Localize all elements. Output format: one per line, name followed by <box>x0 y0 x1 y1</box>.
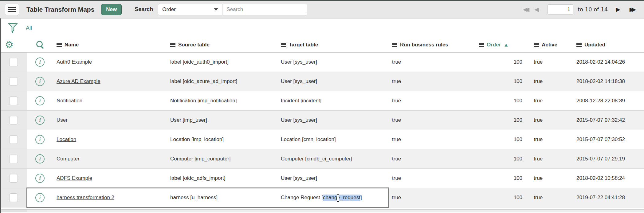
info-icon[interactable]: i <box>35 77 45 86</box>
source-table-cell[interactable]: Location [imp_location] <box>167 130 277 149</box>
app-menu-button[interactable] <box>5 4 19 15</box>
active-cell[interactable]: true <box>530 149 573 168</box>
info-icon[interactable]: i <box>35 193 45 202</box>
order-cell[interactable]: 100 <box>475 149 530 168</box>
target-table-cell[interactable]: Computer [cmdb_ci_computer] <box>277 149 388 168</box>
next-page-button[interactable]: ▶ <box>616 6 620 12</box>
row-name-cell: Azure AD Example <box>53 72 167 91</box>
row-checkbox[interactable] <box>9 174 18 183</box>
record-link[interactable]: Auth0 Example <box>57 59 92 65</box>
run-business-rules-cell[interactable]: true <box>388 91 475 110</box>
column-menu-icon <box>576 43 582 47</box>
column-menu-icon <box>534 43 539 47</box>
row-checkbox[interactable] <box>9 58 18 66</box>
filter-funnel-icon[interactable] <box>8 22 18 34</box>
row-checkbox[interactable] <box>9 135 18 144</box>
updated-cell[interactable]: 2015-07-07 07:32:42 <box>573 111 644 130</box>
target-table-cell[interactable]: Incident [incident] <box>277 91 388 110</box>
row-checkbox[interactable] <box>9 193 18 202</box>
source-table-cell[interactable]: Computer [imp_computer] <box>167 149 277 168</box>
previous-page-button[interactable]: ◀ <box>534 6 539 12</box>
record-link[interactable]: Location <box>57 136 76 143</box>
row-checkbox[interactable] <box>9 77 18 86</box>
active-cell[interactable]: true <box>530 111 573 130</box>
info-icon[interactable]: i <box>35 135 45 144</box>
record-link[interactable]: harness transformation 2 <box>57 195 114 201</box>
order-cell[interactable]: 100 <box>475 91 530 110</box>
list-settings-button[interactable]: ⚙ <box>0 37 27 52</box>
new-button[interactable]: New <box>101 4 122 15</box>
first-page-button[interactable]: ◀◀ <box>523 6 529 12</box>
search-input[interactable] <box>222 4 307 15</box>
column-header-active[interactable]: Active <box>530 37 573 52</box>
info-icon[interactable]: i <box>35 174 45 183</box>
list-search-button[interactable] <box>27 37 53 52</box>
target-table-cell[interactable]: User [sys_user] <box>277 72 388 91</box>
record-link[interactable]: Computer <box>57 156 80 162</box>
run-business-rules-cell[interactable]: true <box>388 111 475 130</box>
updated-cell[interactable]: 2008-12-28 22:08:39 <box>573 91 644 110</box>
column-header-order[interactable]: Order ▲ <box>475 37 530 52</box>
updated-cell[interactable]: 2019-07-22 04:41:28 <box>573 188 644 207</box>
info-icon[interactable]: i <box>35 96 45 105</box>
info-icon[interactable]: i <box>35 57 45 67</box>
record-link[interactable]: User <box>57 117 68 123</box>
row-select-cell <box>0 188 27 207</box>
target-table-cell[interactable]: Change Request [change_request] <box>277 188 388 207</box>
source-table-cell[interactable]: label [oidc_adfs_import] <box>167 169 277 188</box>
source-table-cell[interactable]: Notification [imp_notification] <box>167 91 277 110</box>
source-table-cell[interactable]: User [imp_user] <box>167 111 277 130</box>
updated-cell[interactable]: 2018-02-02 14:18:38 <box>573 72 644 91</box>
active-cell[interactable]: true <box>530 169 573 188</box>
source-table-cell[interactable]: label [oidc_auth0_import] <box>167 53 277 72</box>
order-cell[interactable]: 100 <box>475 169 530 188</box>
active-cell[interactable]: true <box>530 53 573 72</box>
target-table-cell[interactable]: User [sys_user] <box>277 111 388 130</box>
record-link[interactable]: Notification <box>57 98 82 104</box>
row-checkbox[interactable] <box>9 116 18 124</box>
last-page-button[interactable]: ▶▶ <box>630 6 636 12</box>
search-field-select[interactable]: Order <box>158 4 222 15</box>
breadcrumb-all[interactable]: All <box>26 25 32 31</box>
info-icon[interactable]: i <box>35 116 45 125</box>
updated-cell[interactable]: 2018-02-02 14:04:26 <box>573 53 644 72</box>
updated-cell[interactable]: 2015-07-07 07:29:19 <box>573 149 644 168</box>
active-cell[interactable]: true <box>530 91 573 110</box>
updated-cell[interactable]: 2018-02-02 10:58:24 <box>573 169 644 188</box>
target-table-cell[interactable]: User [sys_user] <box>277 53 388 72</box>
info-icon[interactable]: i <box>35 154 45 164</box>
updated-cell[interactable]: 2015-07-07 07:30:52 <box>573 130 644 149</box>
column-header-target-table[interactable]: Target table <box>277 37 388 52</box>
run-business-rules-cell[interactable]: true <box>388 149 475 168</box>
run-business-rules-cell[interactable]: true <box>388 130 475 149</box>
run-business-rules-cell[interactable]: true <box>388 188 475 207</box>
record-link[interactable]: Azure AD Example <box>57 78 100 85</box>
order-cell[interactable]: 100 <box>475 53 530 72</box>
run-business-rules-cell[interactable]: true <box>388 53 475 72</box>
column-header-updated[interactable]: Updated <box>573 37 644 52</box>
row-checkbox[interactable] <box>9 155 18 163</box>
active-cell[interactable]: true <box>530 72 573 91</box>
page-input[interactable] <box>548 4 573 15</box>
source-table-cell[interactable]: label [oidc_azure_ad_import] <box>167 72 277 91</box>
row-checkbox[interactable] <box>9 97 18 105</box>
source-table-cell[interactable]: harness [u_harness] <box>167 188 277 207</box>
run-business-rules-cell[interactable]: true <box>388 72 475 91</box>
row-name-cell: User <box>53 111 167 130</box>
order-cell[interactable]: 100 <box>475 72 530 91</box>
order-cell[interactable]: 100 <box>475 111 530 130</box>
order-cell[interactable]: 100 <box>475 130 530 149</box>
record-link[interactable]: ADFS Example <box>57 175 92 181</box>
run-business-rules-cell[interactable]: true <box>388 169 475 188</box>
target-table-cell[interactable]: User [sys_user] <box>277 169 388 188</box>
target-table-cell[interactable]: Location [cmn_location] <box>277 130 388 149</box>
column-header-name[interactable]: Name <box>53 37 167 52</box>
active-cell[interactable]: true <box>530 188 573 207</box>
column-header-label: Target table <box>289 42 318 48</box>
search-icon <box>36 41 44 49</box>
column-header-source-table[interactable]: Source table <box>167 37 277 52</box>
active-cell[interactable]: true <box>530 130 573 149</box>
search-label: Search <box>135 6 153 13</box>
column-header-run-business-rules[interactable]: Run business rules <box>388 37 475 52</box>
order-cell[interactable]: 100 <box>475 188 530 207</box>
